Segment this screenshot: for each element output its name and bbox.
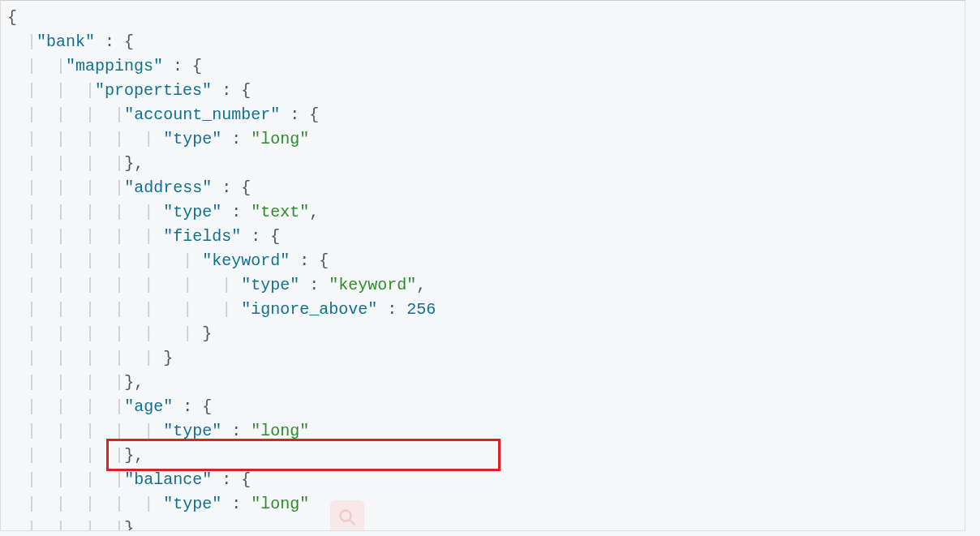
value-text: "text" [251,203,309,221]
key-account-number: "account_number" [124,105,280,124]
key-type: "type" [241,276,299,294]
json-code-block: { |"bank" : { | |"mappings" : { | | |"pr… [7,6,958,531]
key-type: "type" [163,422,221,440]
key-address: "address" [124,178,212,197]
key-balance: "balance" [124,470,212,489]
key-mappings: "mappings" [66,57,163,75]
key-fields: "fields" [163,227,241,246]
key-age: "age" [124,397,173,416]
key-bank: "bank" [37,32,95,51]
json-code-panel: { |"bank" : { | |"mappings" : { | | |"pr… [0,0,965,531]
key-properties: "properties" [95,81,212,100]
key-type: "type" [163,495,221,513]
value-long: "long" [251,495,309,513]
value-long: "long" [251,130,309,148]
key-type: "type" [163,203,221,221]
brace: { [7,8,17,27]
key-ignore-above: "ignore_above" [241,300,377,319]
search-icon [330,500,364,531]
value-long: "long" [251,422,309,440]
svg-line-1 [350,520,355,525]
value-256: 256 [406,300,436,319]
value-keyword: "keyword" [329,276,416,294]
key-keyword: "keyword" [202,251,290,270]
key-type: "type" [163,130,221,148]
